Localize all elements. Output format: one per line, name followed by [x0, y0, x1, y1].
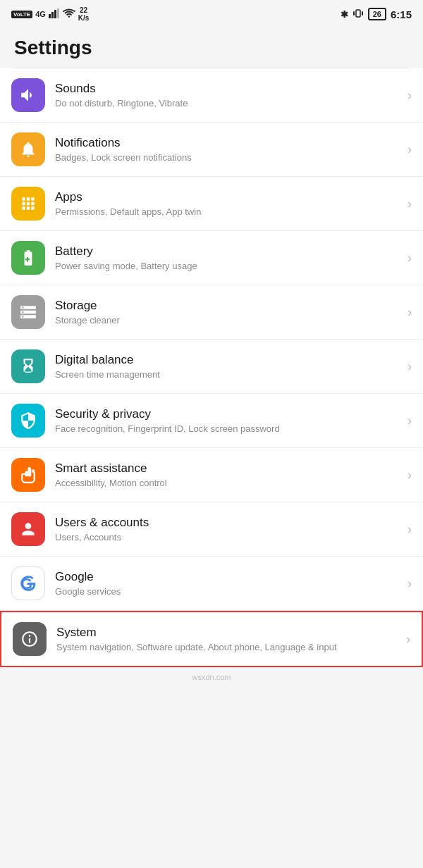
settings-item-battery[interactable]: Battery Power saving mode, Battery usage… [0, 231, 423, 285]
storage-subtitle: Storage cleaner [55, 315, 402, 327]
settings-item-system[interactable]: System System navigation, Software updat… [0, 611, 423, 667]
sounds-subtitle: Do not disturb, Ringtone, Vibrate [55, 98, 402, 110]
notifications-text: Notifications Badges, Lock screen notifi… [55, 135, 402, 164]
settings-item-storage[interactable]: Storage Storage cleaner › [0, 285, 423, 340]
svg-rect-5 [353, 11, 355, 16]
notifications-subtitle: Badges, Lock screen notifications [55, 152, 402, 164]
battery-icon-wrapper [11, 241, 45, 275]
hand-icon [19, 466, 37, 484]
system-icon-wrapper [13, 622, 47, 656]
signal-bars [49, 8, 60, 20]
digital-balance-icon-wrapper [11, 349, 45, 383]
status-left: VoLTE 4G 22K/s [11, 6, 89, 22]
svg-rect-4 [356, 10, 360, 17]
smart-assistance-text: Smart assistance Accessibility, Motion c… [55, 461, 402, 490]
google-subtitle: Google services [55, 586, 402, 598]
watermark: wsxdn.com [0, 667, 423, 687]
digital-balance-text: Digital balance Screen time management [55, 352, 402, 381]
security-privacy-icon-wrapper [11, 404, 45, 438]
users-accounts-subtitle: Users, Accounts [55, 532, 402, 544]
battery-subtitle: Power saving mode, Battery usage [55, 261, 402, 273]
speed-indicator: 22K/s [78, 6, 90, 22]
settings-item-sounds[interactable]: Sounds Do not disturb, Ringtone, Vibrate… [0, 68, 423, 123]
bluetooth-icon: ✱ [341, 9, 348, 20]
sounds-text: Sounds Do not disturb, Ringtone, Vibrate [55, 81, 402, 110]
shield-icon [19, 411, 37, 430]
status-bar: VoLTE 4G 22K/s ✱ [0, 0, 423, 25]
users-accounts-text: Users & accounts Users, Accounts [55, 515, 402, 544]
info-icon [20, 630, 39, 648]
settings-item-google[interactable]: G Google Google services › [0, 557, 423, 611]
smart-assistance-title: Smart assistance [55, 461, 402, 476]
security-privacy-text: Security & privacy Face recognition, Fin… [55, 407, 402, 435]
storage-chevron: › [407, 305, 412, 320]
signal-4g: 4G [35, 10, 46, 18]
apps-subtitle: Permissions, Default apps, App twin [55, 206, 402, 218]
notifications-chevron: › [407, 142, 412, 157]
storage-icon-wrapper [11, 295, 45, 329]
settings-item-apps[interactable]: Apps Permissions, Default apps, App twin… [0, 177, 423, 231]
svg-rect-1 [51, 12, 54, 18]
storage-title: Storage [55, 298, 402, 314]
settings-item-users-accounts[interactable]: Users & accounts Users, Accounts › [0, 502, 423, 557]
volte-indicator: VoLTE [11, 11, 32, 18]
digital-balance-chevron: › [407, 359, 412, 374]
google-icon-wrapper: G [11, 566, 45, 600]
apps-title: Apps [55, 190, 402, 205]
hourglass-icon [19, 357, 37, 376]
settings-item-smart-assistance[interactable]: Smart assistance Accessibility, Motion c… [0, 448, 423, 502]
sounds-icon-wrapper [11, 78, 45, 112]
bell-icon [19, 140, 37, 159]
page-title: Settings [14, 37, 409, 59]
clock: 6:15 [391, 8, 412, 20]
settings-item-digital-balance[interactable]: Digital balance Screen time management › [0, 340, 423, 394]
security-privacy-subtitle: Face recognition, Fingerprint ID, Lock s… [55, 423, 402, 435]
apps-chevron: › [407, 197, 412, 211]
storage-icon [19, 303, 37, 321]
users-accounts-title: Users & accounts [55, 515, 402, 531]
battery-indicator: 26 [368, 8, 386, 20]
smart-assistance-subtitle: Accessibility, Motion control [55, 478, 402, 490]
battery-title: Battery [55, 244, 402, 259]
settings-list: Sounds Do not disturb, Ringtone, Vibrate… [0, 68, 423, 667]
status-right: ✱ 26 6:15 [341, 8, 412, 21]
storage-text: Storage Storage cleaner [55, 298, 402, 327]
apps-icon-wrapper [11, 187, 45, 221]
battery-text: Battery Power saving mode, Battery usage [55, 244, 402, 273]
volume-icon [19, 86, 37, 104]
notifications-icon-wrapper [11, 132, 45, 166]
wifi-icon [63, 8, 75, 20]
users-accounts-chevron: › [407, 522, 412, 537]
security-privacy-chevron: › [407, 414, 412, 428]
battery-chevron: › [407, 251, 412, 266]
system-subtitle: System navigation, Software update, Abou… [56, 642, 400, 654]
google-title: Google [55, 569, 402, 585]
apps-text: Apps Permissions, Default apps, App twin [55, 190, 402, 218]
users-accounts-icon-wrapper [11, 512, 45, 546]
svg-rect-2 [54, 10, 56, 18]
vibrate-icon [352, 8, 364, 21]
smart-assistance-icon-wrapper [11, 458, 45, 492]
sounds-chevron: › [407, 88, 412, 103]
google-g-icon: G [19, 574, 37, 593]
smart-assistance-chevron: › [407, 468, 412, 483]
google-text: Google Google services [55, 569, 402, 598]
svg-rect-6 [362, 11, 363, 16]
settings-item-security-privacy[interactable]: Security & privacy Face recognition, Fin… [0, 394, 423, 448]
svg-text:G: G [20, 575, 32, 593]
system-text: System System navigation, Software updat… [56, 625, 400, 654]
svg-rect-0 [49, 14, 51, 18]
google-chevron: › [407, 576, 412, 591]
sounds-title: Sounds [55, 81, 402, 97]
settings-item-notifications[interactable]: Notifications Badges, Lock screen notifi… [0, 123, 423, 177]
page-title-section: Settings [0, 25, 423, 68]
system-chevron: › [406, 632, 410, 647]
notifications-title: Notifications [55, 135, 402, 151]
digital-balance-title: Digital balance [55, 352, 402, 368]
security-privacy-title: Security & privacy [55, 407, 402, 422]
user-icon [19, 520, 37, 538]
digital-balance-subtitle: Screen time management [55, 369, 402, 381]
system-title: System [56, 625, 400, 640]
apps-icon [19, 194, 37, 213]
battery-icon [19, 249, 37, 267]
